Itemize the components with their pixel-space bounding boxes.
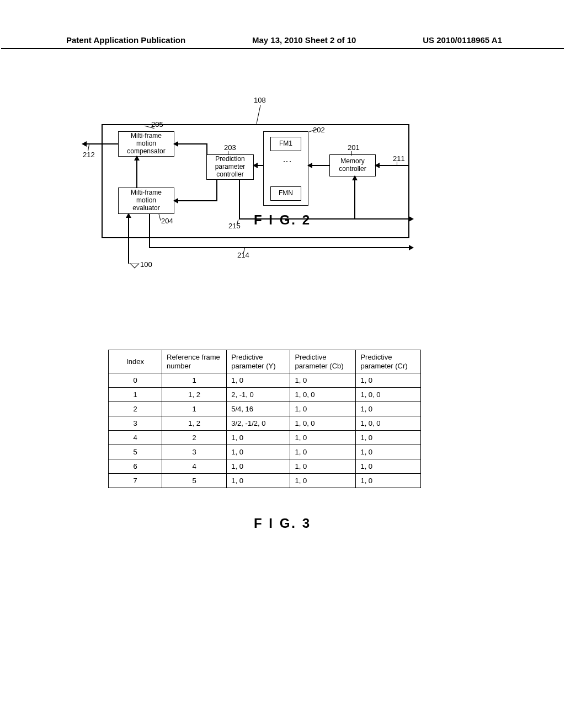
table-row: 011, 01, 01, 0: [109, 373, 421, 388]
cell: 0: [109, 373, 162, 388]
cell: 1, 0: [290, 445, 356, 459]
cell: 1, 0: [356, 402, 421, 416]
line: [354, 176, 355, 219]
cell: 6: [109, 459, 162, 474]
leader: [158, 214, 161, 221]
cell: 1, 0: [227, 431, 290, 445]
frame-mem-n: FMN: [270, 186, 301, 201]
label-201: 201: [348, 143, 360, 152]
line-215: [239, 180, 240, 218]
leader: [397, 162, 397, 165]
arrow-icon: [307, 163, 312, 168]
figure-3-caption: F I G. 3: [254, 516, 311, 531]
cell: 7: [109, 474, 162, 488]
evaluator-label: Milti-frame motion evaluator: [131, 189, 162, 212]
table-row: 31, 23/2, -1/2, 01, 0, 01, 0, 0: [109, 416, 421, 431]
leader: [228, 151, 228, 155]
cell: 1, 0: [227, 459, 290, 474]
th-cr: Predictive parameter (Cr): [356, 350, 421, 373]
line: [136, 157, 137, 188]
cell: 5: [162, 474, 227, 488]
cell: 1, 0: [290, 373, 356, 388]
table-row: 215/4, 161, 01, 0: [109, 402, 421, 416]
line-214: [149, 247, 409, 248]
label-215: 215: [228, 222, 241, 230]
cell: 3: [162, 445, 227, 459]
table-header-row: Index Reference frame number Predictive …: [109, 350, 421, 373]
arrow-icon: [134, 156, 140, 160]
cell: 1: [162, 373, 227, 388]
cell: 4: [109, 431, 162, 445]
line-100: [128, 214, 129, 264]
vline: [102, 124, 103, 237]
label-211: 211: [393, 154, 405, 163]
arrow-icon: [375, 163, 380, 168]
th-refframe: Reference frame number: [162, 350, 227, 373]
th-y: Predictive parameter (Y): [227, 350, 290, 373]
dots-icon: ⋮: [282, 157, 292, 166]
cell: 2, -1, 0: [227, 388, 290, 402]
cell: 4: [162, 459, 227, 474]
table-row: 531, 01, 01, 0: [109, 445, 421, 459]
frame-mem-1: FM1: [270, 137, 301, 151]
line: [149, 214, 150, 247]
arrow-icon: [126, 213, 131, 218]
cell: 1, 0: [356, 431, 421, 445]
fmn-label: FMN: [279, 190, 293, 197]
cell: 1, 0: [290, 459, 356, 474]
brace-icon: [130, 259, 140, 269]
line: [216, 180, 217, 201]
cell: 1, 0, 0: [356, 388, 421, 402]
line-211: [376, 165, 409, 166]
cell: 1, 0, 0: [290, 416, 356, 431]
th-index: Index: [109, 350, 162, 373]
cell: 1, 0: [227, 445, 290, 459]
table-row: 641, 01, 01, 0: [109, 459, 421, 474]
arrow-icon: [173, 141, 178, 147]
figure-3-table: Index Reference frame number Predictive …: [108, 350, 421, 488]
memory-controller: Memory controller: [329, 154, 376, 176]
cell: 1, 0: [227, 474, 290, 488]
cell: 1, 0: [356, 445, 421, 459]
cell: 1: [162, 402, 227, 416]
label-108: 108: [254, 96, 266, 104]
label-204: 204: [161, 217, 173, 225]
param-table: Index Reference frame number Predictive …: [108, 350, 421, 488]
cell: 1, 0: [227, 373, 290, 388]
table-row: 11, 22, -1, 01, 0, 01, 0, 0: [109, 388, 421, 402]
figure-2-diagram: 108 FM1 ⋮ FMN 202 Memory controller 201 …: [84, 99, 412, 292]
cell: 1, 2: [162, 416, 227, 431]
fm1-label: FM1: [279, 140, 292, 148]
cell: 1, 0: [356, 459, 421, 474]
table-row: 751, 01, 01, 0: [109, 474, 421, 488]
line-212: [86, 143, 118, 144]
cell: 5/4, 16: [227, 402, 290, 416]
cell: 1, 0: [356, 373, 421, 388]
leader: [256, 105, 260, 124]
label-203: 203: [224, 143, 236, 152]
cell: 1, 0: [356, 474, 421, 488]
arrow-icon: [82, 141, 87, 147]
header-left: Patent Application Publication: [66, 35, 185, 45]
leader: [351, 151, 352, 156]
prediction-param-controller: Prediction parameter controller: [206, 154, 254, 180]
cell: 1, 0: [290, 431, 356, 445]
line: [206, 143, 207, 155]
cell: 1, 0: [290, 402, 356, 416]
cell: 1, 0, 0: [290, 388, 356, 402]
figure-2-caption: F I G. 2: [254, 212, 311, 228]
motion-compensator: Milti-frame motion compensator: [118, 131, 174, 157]
cell: 1, 2: [162, 388, 227, 402]
label-100: 100: [140, 260, 152, 269]
th-cb: Predictive parameter (Cb): [290, 350, 356, 373]
table-row: 421, 01, 01, 0: [109, 431, 421, 445]
compensator-label: Milti-frame motion compensator: [127, 132, 165, 155]
cell: 1: [109, 388, 162, 402]
cell: 5: [109, 445, 162, 459]
cell: 1, 0: [290, 474, 356, 488]
memctrl-label: Memory controller: [339, 158, 366, 173]
arrow-icon: [352, 175, 358, 180]
arrow-icon: [253, 163, 258, 168]
cell: 3/2, -1/2, 0: [227, 416, 290, 431]
header-right: US 2010/0118965 A1: [423, 35, 502, 45]
